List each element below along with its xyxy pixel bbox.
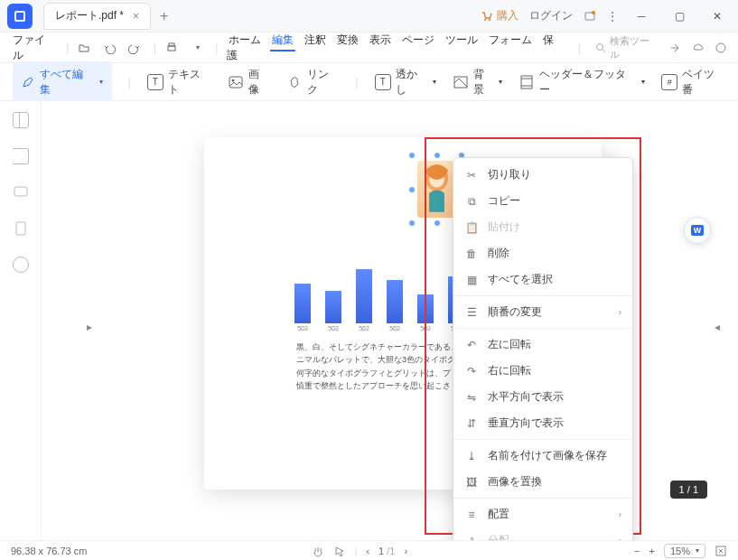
ctx-flip-h[interactable]: ⇋水平方向で表示 [453, 384, 632, 410]
ctx-align[interactable]: ≡配置› [453, 501, 632, 527]
chart-label: 502 [356, 325, 372, 331]
svg-rect-7 [169, 43, 174, 46]
context-menu: ✂切り取り⧉コピー📋貼付け🗑削除▦すべてを選択☰順番の変更›↶左に回転↷右に回転… [453, 157, 633, 560]
svg-rect-13 [521, 76, 532, 89]
menu-編集[interactable]: 編集 [270, 30, 295, 51]
chart-label: 502 [417, 325, 434, 331]
notification-icon[interactable] [584, 10, 596, 23]
chart-bar [417, 294, 434, 323]
collapse-right-icon[interactable]: ◂ [715, 321, 724, 330]
save-image-icon: ⤓ [464, 449, 479, 463]
bates-tool[interactable]: #ベイツ番 [661, 67, 725, 98]
svg-rect-12 [454, 77, 467, 88]
search-tools[interactable]: 検索ツール [595, 34, 659, 61]
word-export-button[interactable]: W [684, 217, 711, 244]
fit-page-icon[interactable] [715, 545, 727, 557]
minimize-button[interactable]: ─ [628, 3, 655, 30]
header-footer-tool[interactable]: ヘッダー＆フッター▾ [518, 67, 645, 98]
status-bar: 96.38 x 76.73 cm | ‹ 1 /1 › − + 15%▾ [0, 540, 738, 560]
thumbnails-icon[interactable] [13, 112, 29, 128]
document-tab[interactable]: レポート.pdf * × [43, 3, 151, 30]
help-icon[interactable] [715, 42, 727, 54]
comments-icon[interactable] [13, 184, 29, 201]
print-icon[interactable] [165, 42, 182, 54]
background-tool[interactable]: 背景▾ [453, 67, 503, 98]
attachments-icon[interactable] [13, 220, 29, 237]
cloud-icon[interactable] [691, 42, 704, 54]
prev-page-button[interactable]: ‹ [366, 546, 369, 556]
ctx-label: 左に回転 [488, 337, 531, 352]
resize-handle[interactable] [408, 186, 416, 193]
link-tool[interactable]: リンク [286, 67, 340, 98]
ctx-label: 順番の変更 [488, 304, 542, 320]
resize-handle[interactable] [434, 152, 441, 159]
ctx-paste: 📋貼付け [453, 214, 632, 240]
zoom-in-button[interactable]: + [649, 546, 655, 556]
ctx-label: 削除 [488, 246, 509, 261]
zoom-out-button[interactable]: − [634, 546, 640, 556]
menu-表示[interactable]: 表示 [368, 30, 393, 50]
ctx-label: 貼付け [488, 219, 520, 235]
ctx-order[interactable]: ☰順番の変更› [453, 299, 632, 325]
chart-bar [356, 269, 372, 323]
edit-all-button[interactable]: すべて編集 ▾ [13, 61, 112, 103]
dimensions-readout: 96.38 x 76.73 cm [11, 546, 87, 556]
ctx-rotate-left[interactable]: ↶左に回転 [453, 331, 632, 358]
open-icon[interactable] [78, 42, 94, 54]
chart-label: 502 [325, 325, 341, 331]
maximize-button[interactable]: ▢ [666, 3, 693, 30]
ctx-label: コピー [488, 193, 520, 209]
share-icon[interactable] [668, 42, 680, 54]
svg-rect-16 [14, 187, 27, 196]
search-rail-icon[interactable] [13, 257, 29, 273]
menu-ページ[interactable]: ページ [400, 30, 436, 50]
menu-変換[interactable]: 変換 [335, 30, 360, 50]
edit-toolbar: すべて編集 ▾ | Tテキスト 画像 リンク | T透かし▾ 背景▾ ヘッダー＆… [0, 63, 738, 101]
link-icon [286, 74, 303, 90]
ctx-label: 配置 [488, 507, 509, 522]
svg-point-2 [484, 19, 486, 21]
undo-icon[interactable] [103, 42, 119, 54]
text-tool[interactable]: Tテキスト [147, 67, 211, 98]
buy-link[interactable]: 購入 [481, 8, 518, 23]
bookmarks-icon[interactable] [13, 148, 29, 164]
dropdown-icon[interactable]: ▾ [191, 43, 207, 51]
redo-icon[interactable] [128, 42, 145, 54]
ctx-rotate-right[interactable]: ↷右に回転 [453, 358, 632, 384]
kebab-menu-icon[interactable]: ⋮ [607, 10, 617, 23]
page-input[interactable]: 1 /1 [378, 546, 395, 556]
cart-icon [481, 10, 493, 23]
ctx-label: 切り取り [488, 167, 531, 182]
close-button[interactable]: ✕ [704, 3, 731, 30]
rotate-left-icon: ↶ [464, 338, 479, 352]
tab-close-icon[interactable]: × [133, 10, 139, 23]
svg-rect-1 [16, 13, 23, 20]
svg-point-5 [592, 11, 595, 14]
image-tool[interactable]: 画像 [228, 67, 270, 98]
menu-注釈[interactable]: 注釈 [303, 30, 328, 50]
next-page-button[interactable]: › [404, 546, 407, 556]
resize-handle[interactable] [434, 219, 441, 227]
ctx-cut[interactable]: ✂切り取り [453, 162, 632, 188]
menu-フォーム[interactable]: フォーム [487, 30, 534, 50]
ctx-label: 垂直方向で表示 [488, 415, 564, 431]
watermark-tool[interactable]: T透かし▾ [375, 67, 436, 98]
ctx-copy[interactable]: ⧉コピー [453, 188, 632, 214]
ctx-replace-image[interactable]: 🖼画像を置換 [453, 469, 632, 495]
ctx-delete[interactable]: 🗑削除 [453, 240, 632, 266]
document-canvas[interactable]: ▸ ◂ 502502502502502502502 黒、白、そしてシグネチャーカ… [42, 101, 733, 540]
login-link[interactable]: ログイン [529, 8, 573, 23]
chart-bar [387, 280, 403, 323]
ctx-select-all[interactable]: ▦すべてを選択 [453, 266, 632, 293]
hand-tool-icon[interactable] [312, 545, 324, 557]
chart-bar [325, 291, 341, 323]
resize-handle[interactable] [408, 152, 416, 159]
ctx-flip-v[interactable]: ⇵垂直方向で表示 [453, 410, 632, 436]
ctx-save-image[interactable]: ⤓名前を付けて画像を保存 [453, 443, 632, 469]
select-tool-icon[interactable] [333, 545, 346, 557]
resize-handle[interactable] [408, 219, 416, 227]
new-tab-button[interactable]: + [160, 8, 168, 24]
collapse-left-icon[interactable]: ▸ [87, 321, 96, 330]
zoom-select[interactable]: 15%▾ [664, 544, 705, 558]
menu-ツール[interactable]: ツール [444, 30, 480, 50]
